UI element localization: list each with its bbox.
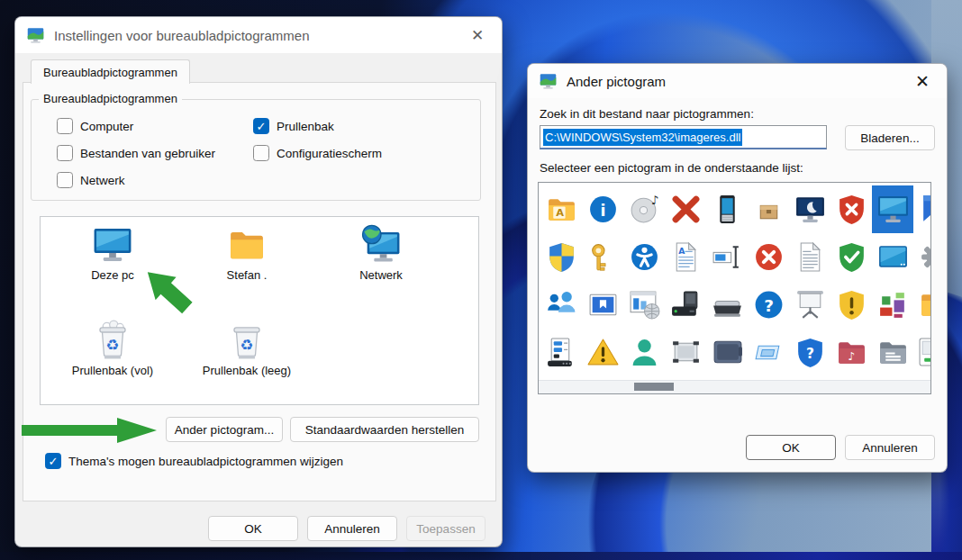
change-icon-dialog: Ander pictogram ✕ Zoek in dit bestand na… — [527, 63, 948, 473]
icon-cell-text-select[interactable] — [706, 233, 748, 281]
unchecked-checkbox-icon[interactable] — [57, 118, 73, 134]
desktop-icon-label: Prullenbak (leeg) — [203, 364, 291, 377]
icon-cell-shield-question[interactable]: ? — [789, 329, 830, 376]
browse-button[interactable]: Bladeren... — [845, 125, 935, 150]
icon-cell-gear[interactable] — [913, 233, 931, 281]
red-x-icon — [669, 193, 703, 226]
svg-text:♪: ♪ — [848, 350, 855, 363]
users-group-icon — [545, 288, 578, 321]
icon-cell-projection-screen[interactable] — [789, 281, 830, 329]
icon-cell-monitor-moon[interactable] — [789, 185, 830, 233]
icon-cell-device-checklist[interactable] — [540, 329, 582, 376]
desktop-icon-stefan[interactable]: Stefan . — [204, 224, 290, 282]
cd-music-icon: ♪ — [628, 193, 661, 226]
settings-dialog-title: Instellingen voor bureaubladpictogrammen — [54, 28, 310, 43]
icon-cell-folder-fonts[interactable]: A — [540, 185, 582, 233]
ok-button[interactable]: OK — [746, 435, 836, 460]
icon-cell-folder-plain[interactable] — [913, 281, 931, 329]
checkbox-computer[interactable]: Computer — [57, 118, 133, 134]
icon-cell-shield-warning[interactable] — [830, 281, 872, 329]
frame-clamps-icon — [669, 336, 703, 369]
icon-cell-user-green[interactable] — [623, 329, 665, 376]
icon-cell-frame-clamps[interactable] — [665, 329, 706, 376]
restore-defaults-button[interactable]: Standaardwaarden herstellen — [290, 417, 479, 442]
icon-cell-red-x[interactable] — [665, 185, 706, 233]
window-light-icon — [752, 336, 785, 369]
folder-plain-icon — [918, 288, 932, 321]
checkbox-label: Thema's mogen bureaubladpictogrammen wij… — [68, 455, 343, 468]
svg-text:A: A — [678, 246, 685, 256]
icon-cell-monitor-screen[interactable] — [872, 233, 913, 281]
icon-cell-document-plain[interactable] — [789, 233, 830, 281]
checked-checkbox-icon[interactable]: ✓ — [45, 453, 61, 469]
red-circle-x-icon — [752, 240, 785, 274]
icon-cell-window-light[interactable] — [748, 329, 789, 376]
tab-bureaubladpictogrammen[interactable]: Bureaubladpictogrammen — [31, 59, 190, 84]
change-icon-button[interactable]: Ander pictogram... — [166, 417, 283, 442]
icon-cell-folder-documents[interactable] — [872, 329, 913, 376]
icon-cell-device-eject[interactable] — [913, 329, 931, 376]
icon-cell-folder-music[interactable]: ♪ — [830, 329, 872, 376]
monitor-pc-icon — [876, 193, 910, 226]
picture-icon — [586, 288, 620, 321]
icon-path-input[interactable]: C:\WINDOWS\System32\imageres.dll — [540, 125, 827, 149]
icon-cell-uac-shield[interactable] — [540, 233, 582, 281]
package-box-icon — [752, 193, 785, 226]
icon-cell-defrag-blocks[interactable] — [872, 281, 913, 329]
checkbox-bestanden-van-gebruiker[interactable]: Bestanden van gebruiker — [57, 145, 215, 161]
close-icon[interactable]: ✕ — [909, 68, 936, 95]
checkbox-prullenbak[interactable]: ✓Prullenbak — [253, 118, 334, 134]
icon-cell-key[interactable] — [582, 233, 623, 281]
checkbox-configuratiescherm[interactable]: Configuratiescherm — [253, 145, 382, 161]
icon-cell-users-group[interactable] — [540, 281, 582, 329]
checked-checkbox-icon[interactable]: ✓ — [253, 118, 269, 134]
icon-cell-package-box[interactable] — [748, 185, 789, 233]
desktop-icon-netwerk[interactable]: Netwerk — [338, 224, 424, 282]
icon-cell-red-circle-x[interactable] — [748, 233, 789, 281]
device-eject-icon — [918, 336, 932, 369]
icon-cell-warning-triangle[interactable] — [582, 329, 623, 376]
checkbox-label: Bestanden van gebruiker — [80, 147, 215, 160]
apply-button[interactable]: Toepassen — [406, 516, 486, 541]
icon-cell-shield-green-check[interactable] — [830, 233, 872, 281]
user-green-icon — [628, 336, 661, 369]
gear-icon — [918, 240, 932, 274]
icon-cell-shield-red-x[interactable] — [830, 185, 872, 233]
icon-cell-accessibility-circle[interactable] — [623, 233, 665, 281]
icon-cell-help-circle[interactable]: ? — [748, 281, 789, 329]
checkbox-netwerk[interactable]: Netwerk — [57, 172, 125, 188]
icon-cell-cd-music[interactable]: ♪ — [623, 185, 665, 233]
ok-button[interactable]: OK — [208, 516, 298, 541]
cancel-button[interactable]: Annuleren — [307, 516, 397, 541]
icon-list: Ai♪A??♪ — [538, 182, 931, 394]
icon-cell-window-chart-globe[interactable] — [623, 281, 665, 329]
unchecked-checkbox-icon[interactable] — [57, 145, 73, 161]
document-plain-icon — [794, 240, 827, 274]
desktop-icon-prullenbak-leeg[interactable]: ♻Prullenbak (leeg) — [204, 320, 290, 377]
icon-cell-tag-blue[interactable] — [913, 185, 931, 233]
checkbox-label: Computer — [80, 120, 133, 133]
scrollbar-thumb[interactable] — [634, 383, 674, 391]
display-settings-icon — [26, 26, 45, 45]
unchecked-checkbox-icon[interactable] — [57, 172, 73, 188]
settings-titlebar[interactable]: Instellingen voor bureaubladpictogrammen… — [15, 17, 502, 53]
checkbox-thema-s-mogen-bureaubladpictogrammen-wijzigen[interactable]: ✓Thema's mogen bureaubladpictogrammen wi… — [45, 453, 343, 469]
icon-cell-scanner[interactable] — [706, 281, 748, 329]
icon-cell-monitor-pc[interactable] — [872, 185, 913, 233]
horizontal-scrollbar[interactable] — [539, 380, 930, 393]
close-icon[interactable]: ✕ — [464, 22, 491, 49]
desktop-icon-prullenbak-vol[interactable]: ♻Prullenbak (vol) — [69, 320, 156, 377]
icon-cell-document-rich[interactable]: A — [665, 233, 706, 281]
device-checklist-icon — [545, 336, 578, 369]
icon-cell-info-circle[interactable]: i — [582, 185, 623, 233]
uac-shield-icon — [545, 240, 578, 274]
unchecked-checkbox-icon[interactable] — [253, 145, 269, 161]
shield-question-icon: ? — [794, 336, 827, 369]
change-icon-titlebar[interactable]: Ander pictogram ✕ — [528, 64, 947, 98]
cancel-button[interactable]: Annuleren — [845, 435, 935, 460]
recycle-full-icon: ♻ — [92, 320, 133, 361]
icon-cell-mobile-device[interactable] — [706, 185, 748, 233]
icon-cell-external-drive[interactable] — [665, 281, 706, 329]
icon-cell-dark-case[interactable] — [706, 329, 748, 376]
icon-cell-picture[interactable] — [582, 281, 623, 329]
